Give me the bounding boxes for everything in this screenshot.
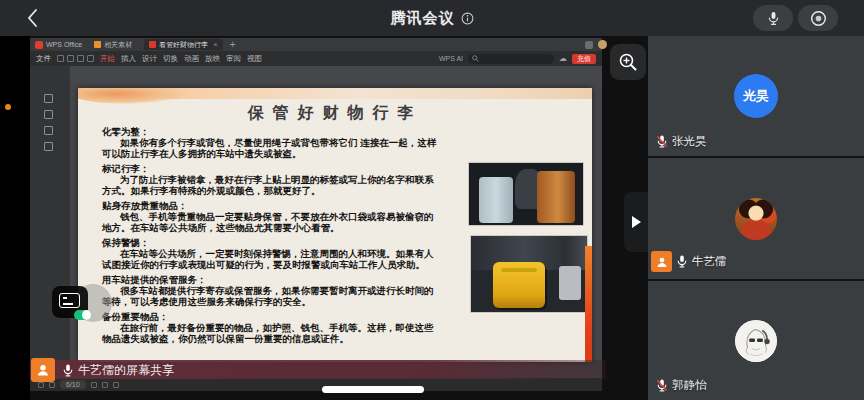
undo-icon[interactable] — [77, 55, 84, 62]
participant-name-row: 牛艺儒 — [651, 251, 727, 272]
comment-panel-icon[interactable] — [44, 126, 53, 135]
menu-right-cluster: WPS AI ☁ 充值 — [439, 54, 596, 64]
wps-logo-icon — [35, 41, 43, 49]
search-panel-icon[interactable] — [44, 142, 53, 151]
section-body: 在旅行前，最好备份重要的物品，如护照、钱包、手机等。这样，即使这些物品遗失或被盗… — [102, 322, 440, 344]
participant-name: 郭静怡 — [672, 378, 707, 393]
menu-file[interactable]: 文件 — [36, 54, 51, 64]
slide-body-text: 化零为整： 如果你有多个行李或背包，尽量使用绳子或背包带将它们 连接在一起，这样… — [102, 126, 440, 348]
wps-left-rail — [30, 66, 70, 378]
mic-on-icon — [676, 255, 688, 268]
app-title: 腾讯会议 — [391, 9, 455, 28]
section-body: 在车站等公共场所，一定要时刻保持警惕，注意周围的人和环境。如果有人试图接近你的行… — [102, 248, 440, 270]
info-icon[interactable] — [461, 12, 474, 25]
menu-tab-slideshow[interactable]: 放映 — [205, 54, 220, 64]
banner-mic-icon — [62, 363, 74, 381]
wps-brand-label: WPS Office — [46, 41, 82, 48]
wps-document-area: 保管好财物行李 化零为整： 如果你有多个行李或背包，尽量使用绳子或背包带将它们 … — [30, 66, 602, 378]
menu-tab-transition[interactable]: 切换 — [163, 54, 178, 64]
caption-toggle[interactable] — [74, 310, 91, 320]
slide-section: 贴身存放贵重物品： 钱包、手机等贵重物品一定要贴身保管，不要放在外衣口袋或容易被… — [102, 200, 440, 233]
notification-dot — [5, 104, 11, 110]
section-heading: 用车站提供的保管服务： — [102, 274, 440, 285]
outline-panel-icon[interactable] — [44, 94, 53, 103]
magnifier-plus-icon — [618, 52, 638, 72]
section-heading: 备份重要物品： — [102, 311, 440, 322]
recharge-button[interactable]: 充值 — [572, 54, 596, 64]
play-icon[interactable] — [102, 382, 108, 388]
section-heading: 保持警惕： — [102, 237, 440, 248]
zoom-in-button[interactable] — [610, 44, 646, 80]
slide-title: 保管好财物行李 — [78, 103, 592, 124]
zoom-icon[interactable] — [113, 382, 119, 388]
home-indicator[interactable] — [322, 386, 424, 393]
section-body: 很多车站都提供行李寄存或保管服务，如果你需要暂时离开或进行长时间的等待，可以考虑… — [102, 285, 440, 307]
top-controls — [753, 5, 838, 31]
menu-tab-review[interactable]: 审阅 — [226, 54, 241, 64]
wps-doc-tab-active[interactable]: 看管好财物行李 × — [144, 39, 223, 50]
note-icon[interactable] — [91, 382, 97, 388]
slide-section: 用车站提供的保管服务： 很多车站都提供行李寄存或保管服务，如果你需要暂时离开或进… — [102, 274, 440, 307]
chevron-right-icon — [632, 216, 641, 228]
participant-name-row: 郭静怡 — [656, 378, 707, 393]
menu-tab-design[interactable]: 设计 — [142, 54, 157, 64]
participant-tile-niuyiru[interactable]: 牛艺儒 — [648, 158, 864, 281]
doc-icon — [149, 41, 156, 48]
view-sorter-icon[interactable] — [49, 382, 55, 388]
caption-widget[interactable] — [52, 286, 88, 318]
page-indicator: 6/10 — [60, 380, 86, 389]
record-button[interactable] — [798, 5, 838, 31]
section-heading: 化零为整： — [102, 126, 440, 137]
microphone-icon — [767, 11, 780, 26]
menu-tab-insert[interactable]: 插入 — [121, 54, 136, 64]
photo-suitcase-orange — [537, 171, 575, 223]
section-body: 钱包、手机等贵重物品一定要贴身保管，不要放在外衣口袋或容易被偷窃的地方。在车站等… — [102, 211, 440, 233]
new-tab-button[interactable]: + — [230, 39, 236, 50]
participant-tile-guojingyi[interactable]: 郭静怡 — [648, 281, 864, 400]
section-heading: 贴身存放贵重物品： — [102, 200, 440, 211]
participant-name: 牛艺儒 — [692, 254, 727, 269]
menu-tab-view[interactable]: 视图 — [247, 54, 262, 64]
wps-doc-tab-materials[interactable]: 相关素材 — [89, 39, 137, 50]
avatar: 光昊 — [734, 74, 778, 118]
presenter-badge — [651, 251, 672, 272]
record-icon — [810, 10, 827, 27]
menu-tab-animation[interactable]: 动画 — [184, 54, 199, 64]
avatar — [735, 198, 777, 240]
person-icon — [35, 362, 51, 378]
avatar — [735, 320, 777, 362]
photo-suitcase-blue — [479, 177, 513, 223]
section-body: 如果你有多个行李或背包，尽量使用绳子或背包带将它们 连接在一起，这样可以防止行李… — [102, 137, 440, 159]
wps-status-bar: 6/10 — [30, 378, 602, 391]
view-normal-icon[interactable] — [38, 382, 44, 388]
slide-corner-decoration — [78, 88, 182, 104]
sidebar-collapse-button[interactable] — [624, 192, 648, 252]
slides-panel-icon[interactable] — [44, 110, 53, 119]
wps-account-area — [585, 40, 607, 49]
mic-button[interactable] — [753, 5, 793, 31]
participant-name: 张光昊 — [672, 134, 707, 149]
tab-close-icon[interactable]: × — [213, 40, 218, 49]
tab-label: 看管好财物行李 — [159, 40, 208, 50]
wps-menu-bar: 文件 开始 插入 设计 切换 动画 放映 审阅 视图 WPS AI ☁ 充值 — [30, 51, 602, 66]
share-banner: 牛艺儒的屏幕共享 — [30, 360, 606, 379]
participant-tile-zhangguanghao[interactable]: 光昊 张光昊 — [648, 36, 864, 158]
luggage-photo — [468, 162, 584, 226]
wps-ai-label[interactable]: WPS AI — [439, 55, 463, 62]
mic-muted-icon — [656, 135, 668, 148]
cloud-sync-icon[interactable]: ☁ — [559, 54, 567, 63]
save-icon[interactable] — [57, 55, 64, 62]
redo-icon[interactable] — [87, 55, 94, 62]
print-icon[interactable] — [67, 55, 74, 62]
yellow-suitcase-photo — [470, 235, 588, 313]
wps-user-avatar[interactable] — [598, 40, 607, 49]
meeting-screen: 腾讯会议 WPS Office 相关素材 看管好财物行李 × + — [0, 0, 864, 400]
wps-window-icon[interactable] — [585, 41, 593, 49]
menu-tab-home[interactable]: 开始 — [100, 54, 115, 64]
wps-brand: WPS Office — [35, 41, 82, 49]
quick-access-icons — [57, 55, 94, 62]
share-banner-text: 牛艺儒的屏幕共享 — [78, 362, 174, 379]
title-wrap: 腾讯会议 — [0, 0, 864, 36]
mic-muted-icon — [656, 379, 668, 392]
wps-search-box[interactable] — [468, 54, 554, 64]
